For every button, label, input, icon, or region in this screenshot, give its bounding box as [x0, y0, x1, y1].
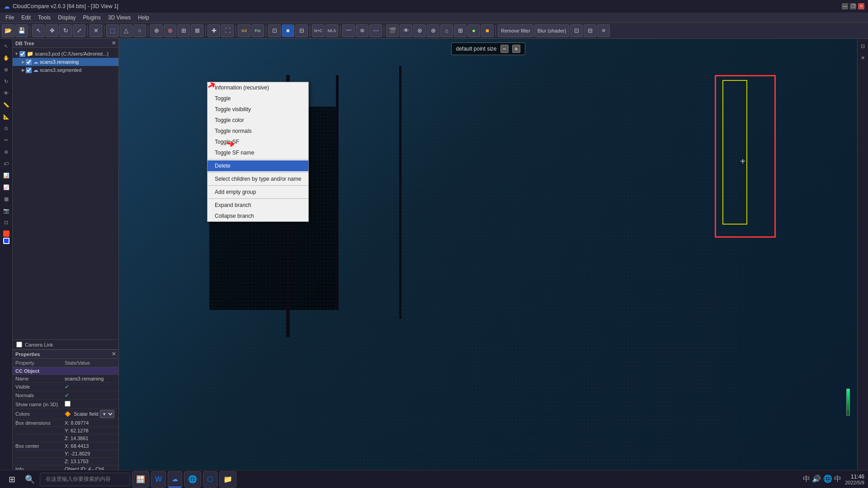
taskbar-app-explorer[interactable]: 📁: [219, 471, 236, 488]
camera-link-checkbox[interactable]: [16, 342, 22, 347]
ctx-delete[interactable]: Delete: [208, 160, 308, 171]
ctx-select-children[interactable]: Select children by type and/or name: [208, 174, 308, 184]
properties-close-icon[interactable]: ✕: [112, 351, 116, 357]
ctx-toggle-normals[interactable]: Toggle normals: [208, 126, 308, 136]
taskbar-app-w[interactable]: W: [151, 471, 166, 488]
ctx-add-group[interactable]: Add empty group: [208, 187, 308, 197]
title-controls[interactable]: — ❐ ✕: [842, 3, 864, 9]
toolbar-fm[interactable]: Fm: [251, 24, 264, 37]
toolbar-color1[interactable]: ■: [282, 24, 294, 37]
icon-hist[interactable]: ▦: [1, 193, 12, 204]
remove-filter-button[interactable]: Remove filter: [498, 24, 533, 37]
toolbar-icp[interactable]: ⊛: [164, 24, 176, 37]
menu-plugins[interactable]: Plugins: [79, 14, 104, 22]
toolbar-sensor[interactable]: ⊗: [413, 24, 426, 37]
toolbar-extra2[interactable]: ⊞: [454, 24, 467, 37]
toolbar-video[interactable]: 🎬: [386, 24, 399, 37]
menu-display[interactable]: Display: [54, 14, 79, 22]
taskbar-app-vscode[interactable]: ⬡: [203, 471, 217, 488]
toolbar-extra4[interactable]: ■: [481, 24, 494, 37]
menu-3dviews[interactable]: 3D Views: [104, 14, 134, 22]
search-bar[interactable]: 在这里输入你要搜索的内容: [40, 473, 130, 486]
icon-rotate[interactable]: ↻: [1, 76, 12, 87]
toolbar-color2[interactable]: ⊟: [295, 24, 308, 37]
toolbar-s2[interactable]: ≋: [356, 24, 368, 37]
icon-select[interactable]: ↖: [1, 41, 12, 52]
tree-item-segmented[interactable]: ▶ ☁ scans3.segmented: [13, 66, 118, 74]
search-button[interactable]: 🔍: [22, 471, 38, 488]
toolbar-filter3[interactable]: ≡: [597, 24, 610, 37]
toolbar-eye[interactable]: 👁: [400, 24, 412, 37]
ctx-collapse[interactable]: Collapse branch: [208, 211, 308, 221]
blur-shader-button[interactable]: Blur (shader): [534, 24, 570, 37]
taskbar-app-chrome[interactable]: 🌐: [184, 471, 201, 488]
minimize-button[interactable]: —: [842, 3, 848, 9]
toolbar-s3[interactable]: ⋯: [369, 24, 382, 37]
toolbar-mesh[interactable]: △: [120, 24, 132, 37]
icon-extra1[interactable]: ⊡: [1, 217, 12, 228]
toolbar-save[interactable]: 💾: [15, 24, 28, 37]
db-tree-close-icon[interactable]: ✕: [112, 40, 116, 46]
toolbar-filter2[interactable]: ⊟: [584, 24, 596, 37]
ctx-expand[interactable]: Expand branch: [208, 200, 308, 211]
toolbar-scale[interactable]: ⤢: [73, 24, 85, 37]
toolbar-cloud[interactable]: ⬚: [106, 24, 119, 37]
point-size-increase[interactable]: +: [512, 45, 520, 53]
toolbar-sphere[interactable]: ○: [133, 24, 146, 37]
taskbar-app-cc[interactable]: ☁: [168, 471, 182, 488]
ctx-toggle-sf[interactable]: Toggle SF: [208, 136, 308, 147]
toolbar-proj[interactable]: ⊕: [427, 24, 439, 37]
icon-ruler[interactable]: 📏: [1, 99, 12, 110]
toolbar-merge[interactable]: ⊞: [177, 24, 190, 37]
show3d-checkbox[interactable]: [65, 401, 71, 407]
menu-tools[interactable]: Tools: [34, 14, 54, 22]
icon-clip[interactable]: ✂: [1, 135, 12, 145]
menu-edit[interactable]: Edit: [18, 14, 34, 22]
toolbar-extra1[interactable]: ⌂: [440, 24, 453, 37]
toolbar-align[interactable]: ⊕: [150, 24, 163, 37]
ctx-information[interactable]: Information (recursive): [208, 82, 308, 93]
icon-hand[interactable]: ✋: [1, 52, 12, 63]
toolbar-translate[interactable]: ✥: [46, 24, 58, 37]
tree-item-segmented-checkbox[interactable]: [26, 67, 32, 73]
toolbar-extra3[interactable]: ●: [467, 24, 480, 37]
right-expand-icon[interactable]: ⊡: [858, 41, 868, 52]
maximize-button[interactable]: ❐: [850, 3, 856, 9]
taskbar-app-windows[interactable]: 🪟: [132, 471, 149, 488]
icon-plot[interactable]: 📈: [1, 182, 12, 192]
tree-item-remaining[interactable]: ▶ ☁ scans3.remaining: [13, 58, 118, 66]
icon-graph[interactable]: 📊: [1, 170, 12, 181]
toolbar-rotate[interactable]: ↻: [59, 24, 72, 37]
icon-pick[interactable]: ⊙: [1, 123, 12, 134]
icon-view[interactable]: 👁: [1, 88, 12, 99]
color-dot-blue[interactable]: [3, 238, 9, 244]
icon-measure[interactable]: 📐: [1, 111, 12, 122]
toolbar-mls[interactable]: MLS: [326, 24, 338, 37]
toolbar-cross[interactable]: ✚: [208, 24, 220, 37]
icon-cam[interactable]: 📷: [1, 205, 12, 216]
toolbar-cursor[interactable]: ↖: [32, 24, 45, 37]
colors-dropdown[interactable]: ▾: [100, 410, 114, 418]
ctx-toggle-sfname[interactable]: Toggle SF name: [208, 147, 308, 158]
icon-zoom[interactable]: ⊕: [1, 64, 12, 75]
toolbar-kd[interactable]: Kd: [238, 24, 250, 37]
menu-file[interactable]: File: [2, 14, 18, 22]
toolbar-dist[interactable]: ⛶: [221, 24, 234, 37]
icon-seg[interactable]: ⊛: [1, 146, 12, 157]
ctx-toggle[interactable]: Toggle: [208, 93, 308, 104]
toolbar-filter1[interactable]: ⊡: [570, 24, 583, 37]
toolbar-s1[interactable]: 〰: [342, 24, 355, 37]
start-button[interactable]: ⊞: [4, 471, 20, 488]
point-size-decrease[interactable]: −: [500, 45, 509, 53]
tree-root[interactable]: ▼ 📁 scans3.pcd (C:/Users/Administ...): [13, 50, 118, 58]
toolbar-open[interactable]: 📂: [2, 24, 14, 37]
toolbar-nc[interactable]: N+C: [312, 24, 325, 37]
toolbar-subsample[interactable]: ⊠: [191, 24, 203, 37]
toolbar-normal[interactable]: ⊡: [268, 24, 281, 37]
ctx-toggle-visibility[interactable]: Toggle visibility: [208, 104, 308, 115]
toolbar-delete[interactable]: ✕: [90, 24, 102, 37]
menu-help[interactable]: Help: [134, 14, 153, 22]
tree-root-checkbox[interactable]: [19, 51, 25, 57]
tree-item-remaining-checkbox[interactable]: [26, 59, 32, 65]
viewport[interactable]: default point size − + + 55 Information: [119, 39, 857, 488]
